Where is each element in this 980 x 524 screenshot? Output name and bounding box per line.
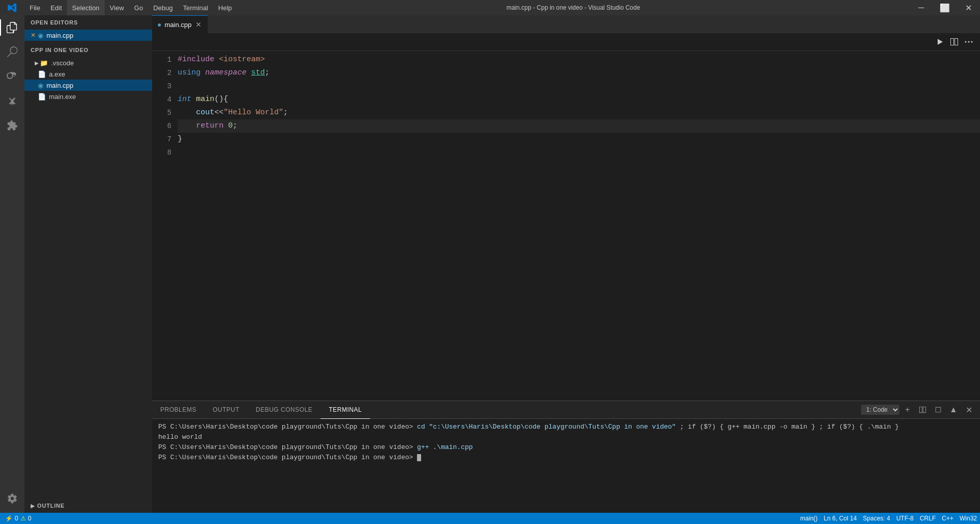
new-terminal-button[interactable]: +: [900, 403, 915, 417]
status-spaces[interactable]: Spaces: 4: [860, 513, 893, 524]
menu-view[interactable]: View: [105, 0, 129, 15]
warning-count: 0: [28, 515, 32, 522]
extensions-icon[interactable]: [0, 113, 24, 138]
tab-output[interactable]: OUTPUT: [205, 401, 248, 419]
file-name: main.cpp: [46, 82, 74, 89]
editor-top-bar: [152, 33, 980, 51]
run-button[interactable]: [933, 35, 947, 49]
menu-file[interactable]: File: [24, 0, 45, 15]
terminal-panel: PROBLEMS OUTPUT DEBUG CONSOLE TERMINAL 1…: [152, 401, 980, 513]
file-name: main.exe: [49, 93, 76, 101]
error-count: 0: [15, 515, 18, 522]
code-line-8[interactable]: [178, 146, 980, 159]
status-symbol[interactable]: main(): [797, 513, 821, 524]
source-control-icon[interactable]: [0, 64, 24, 89]
terminal-prompt[interactable]: PS C:\Users\Haris\Desktop\code playgroun…: [158, 453, 974, 463]
window-title: main.cpp - Cpp in one video - Visual Stu…: [237, 4, 910, 11]
tab-terminal[interactable]: TERMINAL: [321, 401, 370, 419]
menu-bar: File Edit Selection View Go Debug Termin…: [24, 0, 237, 15]
sidebar-item-mainexe[interactable]: 📄 main.exe: [24, 91, 152, 102]
code-line-6[interactable]: return 0;: [178, 119, 980, 133]
menu-selection[interactable]: Selection: [67, 0, 104, 15]
tab-problems[interactable]: PROBLEMS: [152, 401, 205, 419]
svg-point-1: [968, 41, 970, 43]
svg-point-0: [965, 41, 967, 43]
cpp-file-icon: ◉: [38, 32, 43, 39]
minimize-button[interactable]: ─: [910, 0, 933, 15]
kill-terminal-button[interactable]: [931, 403, 945, 417]
code-content: 12345678 #include <iostream>using namesp…: [152, 51, 980, 401]
panel-actions: 1: Code + ▲ ✕: [861, 403, 980, 417]
search-icon[interactable]: [0, 40, 24, 64]
line-numbers: 12345678: [152, 51, 178, 401]
status-eol-text: CRLF: [920, 515, 936, 522]
more-actions-button[interactable]: [962, 35, 976, 49]
status-position[interactable]: Ln 6, Col 14: [821, 513, 860, 524]
sidebar-item-maincpp[interactable]: ◉ main.cpp: [24, 80, 152, 91]
svg-point-2: [971, 41, 973, 43]
panel-maximize-button[interactable]: ▲: [946, 403, 961, 417]
tab-bar: ● main.cpp ✕: [152, 15, 980, 33]
code-line-1[interactable]: #include <iostream>: [178, 53, 980, 66]
split-terminal-button[interactable]: [916, 403, 930, 417]
terminal-line: PS C:\Users\Haris\Desktop\code playgroun…: [158, 422, 974, 432]
outline-expand-icon[interactable]: ▶: [31, 503, 35, 509]
menu-help[interactable]: Help: [213, 0, 237, 15]
exe-file-icon: 📄: [38, 70, 46, 78]
status-left: ⚡ 0 ⚠ 0: [0, 513, 34, 524]
status-spaces-text: Spaces: 4: [863, 515, 890, 522]
open-editor-filename: main.cpp: [46, 32, 74, 39]
window-controls: ─ ⬜ ✕: [910, 0, 980, 15]
code-line-4[interactable]: int main(){: [178, 93, 980, 106]
tab-main-cpp[interactable]: ● main.cpp ✕: [152, 15, 208, 33]
sidebar: OPEN EDITORS ✕ ◉ main.cpp CPP IN ONE VID…: [24, 15, 152, 513]
exe-file-icon2: 📄: [38, 93, 46, 101]
main-area: OPEN EDITORS ✕ ◉ main.cpp CPP IN ONE VID…: [0, 15, 980, 513]
code-line-5[interactable]: cout<<"Hello World";: [178, 106, 980, 119]
status-platform[interactable]: Win32: [957, 513, 980, 524]
panel-tabs: PROBLEMS OUTPUT DEBUG CONSOLE TERMINAL 1…: [152, 401, 980, 419]
open-editors-label: OPEN EDITORS: [24, 15, 152, 30]
outline-label: ▶ OUTLINE: [24, 498, 152, 513]
outline-label-text: OUTLINE: [37, 503, 65, 509]
code-editor[interactable]: 12345678 #include <iostream>using namesp…: [152, 51, 980, 401]
menu-edit[interactable]: Edit: [45, 0, 67, 15]
open-editor-main-cpp[interactable]: ✕ ◉ main.cpp: [24, 30, 152, 41]
status-encoding-text: UTF-8: [896, 515, 914, 522]
code-line-2[interactable]: using namespace std;: [178, 66, 980, 80]
tab-debug-console[interactable]: DEBUG CONSOLE: [248, 401, 321, 419]
status-symbol-text: main(): [800, 515, 818, 522]
editor-area: ● main.cpp ✕: [152, 15, 980, 513]
sidebar-item-vscode[interactable]: ▶ 📁 .vscode: [24, 57, 152, 68]
code-line-3[interactable]: [178, 80, 980, 93]
activity-bar: [0, 15, 24, 513]
status-errors[interactable]: ⚡ 0 ⚠ 0: [2, 513, 34, 524]
sidebar-spacer: [24, 102, 152, 498]
status-encoding[interactable]: UTF-8: [893, 513, 917, 524]
code-lines[interactable]: #include <iostream>using namespace std; …: [178, 51, 980, 401]
menu-go[interactable]: Go: [129, 0, 148, 15]
cpp-file-icon2: ◉: [38, 82, 43, 89]
split-editor-button[interactable]: [947, 35, 962, 49]
explorer-icon[interactable]: [0, 15, 24, 40]
maximize-button[interactable]: ⬜: [933, 0, 957, 15]
status-eol[interactable]: CRLF: [917, 513, 939, 524]
modified-icon: ✕: [31, 32, 36, 39]
tab-close-icon[interactable]: ✕: [194, 20, 203, 29]
status-language[interactable]: C++: [939, 513, 957, 524]
terminal-content[interactable]: PS C:\Users\Haris\Desktop\code playgroun…: [152, 419, 980, 513]
menu-terminal[interactable]: Terminal: [178, 0, 213, 15]
status-bar: ⚡ 0 ⚠ 0 main() Ln 6, Col 14 Spaces: 4 UT…: [0, 513, 980, 524]
code-line-7[interactable]: }: [178, 133, 980, 146]
settings-icon[interactable]: [0, 486, 24, 511]
status-position-text: Ln 6, Col 14: [824, 515, 857, 522]
panel-close-button[interactable]: ✕: [962, 403, 976, 417]
titlebar: File Edit Selection View Go Debug Termin…: [0, 0, 980, 15]
menu-debug[interactable]: Debug: [148, 0, 178, 15]
debug-icon[interactable]: [0, 89, 24, 113]
error-icon: ⚡: [5, 515, 13, 522]
warning-icon: ⚠: [20, 515, 26, 522]
sidebar-item-aexe[interactable]: 📄 a.exe: [24, 68, 152, 80]
close-button[interactable]: ✕: [957, 0, 980, 15]
terminal-selector[interactable]: 1: Code: [861, 405, 899, 415]
